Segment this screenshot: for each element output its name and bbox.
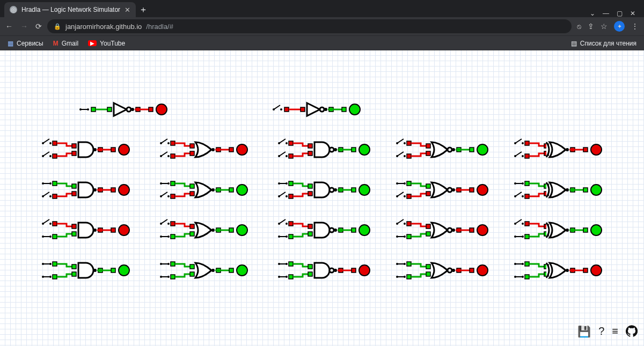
svg-point-126 (452, 188, 455, 192)
browser-tab[interactable]: ◎ Hradla — Logic Network Simulator ✕ (4, 2, 136, 17)
svg-point-56 (404, 142, 406, 144)
circuit[interactable] (273, 103, 360, 116)
circuit[interactable] (79, 103, 167, 116)
svg-point-180 (404, 223, 406, 225)
help-button[interactable]: ? (598, 325, 604, 340)
github-button[interactable] (626, 325, 638, 340)
nav-forward-icon[interactable]: → (20, 22, 28, 31)
svg-rect-95 (190, 184, 194, 188)
chevron-down-icon[interactable]: ⌄ (590, 10, 595, 17)
svg-point-175 (334, 229, 337, 232)
svg-rect-94 (171, 181, 175, 186)
circuit[interactable] (514, 219, 602, 239)
circuit[interactable] (278, 262, 370, 279)
circuit[interactable] (160, 181, 247, 198)
nav-back-icon[interactable]: ← (5, 22, 13, 31)
svg-point-174 (330, 228, 334, 232)
logic-svg[interactable] (0, 50, 644, 346)
circuit[interactable] (160, 139, 247, 158)
svg-rect-11 (284, 107, 289, 112)
circuit[interactable] (160, 262, 247, 279)
svg-point-69 (522, 142, 524, 144)
window-minimize-icon[interactable]: — (603, 10, 609, 17)
svg-rect-164 (229, 228, 233, 232)
bookmark-gmail[interactable]: M Gmail (53, 40, 78, 47)
svg-point-19 (49, 142, 52, 144)
omnibox[interactable]: 🔒 janjaromirhorak.github.io/hradla/# (47, 19, 572, 33)
svg-point-153 (119, 225, 129, 235)
circuit[interactable] (42, 181, 129, 198)
circuit[interactable] (278, 181, 370, 198)
url-bar: ← → ⟳ 🔒 janjaromirhorak.github.io/hradla… (0, 17, 644, 35)
circuit[interactable] (42, 139, 129, 158)
svg-point-112 (330, 188, 334, 192)
svg-point-63 (448, 148, 452, 152)
svg-rect-231 (308, 264, 312, 269)
circuit[interactable] (514, 181, 602, 198)
svg-rect-83 (72, 184, 76, 188)
svg-rect-223 (190, 272, 194, 276)
zoom-icon[interactable]: ⍉ (577, 22, 581, 31)
svg-point-253 (477, 265, 488, 276)
svg-point-54 (359, 144, 370, 155)
circuit[interactable] (396, 181, 488, 198)
window-maximize-icon[interactable]: ▢ (617, 10, 623, 17)
circuit[interactable] (42, 219, 129, 239)
svg-rect-45 (308, 144, 312, 148)
window-close-icon[interactable]: ✕ (630, 10, 635, 17)
circuit[interactable] (160, 219, 247, 239)
circuit[interactable] (396, 139, 488, 158)
svg-rect-230 (289, 262, 293, 266)
reading-list-button[interactable]: ▤ Список для чтения (571, 40, 636, 47)
share-icon[interactable]: ⇪ (588, 22, 594, 31)
bookmark-apps[interactable]: ▦ Сервисы (8, 40, 43, 47)
svg-point-165 (237, 225, 247, 235)
circuit[interactable] (514, 139, 602, 158)
svg-rect-161 (190, 232, 194, 236)
menu-button[interactable]: ≡ (612, 325, 618, 340)
new-tab-button[interactable]: ＋ (136, 2, 151, 17)
circuit[interactable] (396, 219, 488, 239)
svg-rect-2 (91, 107, 96, 112)
svg-rect-222 (171, 275, 175, 279)
youtube-icon: ▶ (88, 40, 97, 46)
browser-menu-icon[interactable]: ⋮ (631, 22, 639, 31)
svg-rect-211 (72, 272, 76, 276)
svg-rect-49 (308, 151, 312, 156)
circuit[interactable] (396, 262, 488, 279)
svg-rect-12 (301, 107, 305, 112)
bookmark-youtube[interactable]: ▶ YouTube (88, 40, 125, 47)
svg-rect-16 (342, 107, 346, 112)
svg-point-103 (237, 185, 247, 195)
tab-close-icon[interactable]: ✕ (125, 6, 130, 14)
svg-rect-57 (407, 141, 411, 145)
svg-rect-182 (426, 224, 430, 229)
svg-point-5 (131, 108, 134, 111)
svg-rect-194 (525, 222, 529, 226)
svg-point-116 (359, 185, 370, 195)
svg-point-76 (566, 148, 569, 151)
circuit[interactable] (42, 262, 129, 279)
svg-rect-140 (583, 188, 588, 192)
svg-point-167 (286, 223, 288, 225)
svg-rect-66 (470, 148, 474, 152)
circuit[interactable] (278, 219, 370, 239)
circuit[interactable] (514, 262, 602, 279)
svg-rect-160 (171, 234, 175, 239)
extension-icon[interactable]: ✦ (614, 21, 625, 32)
svg-point-88 (93, 188, 97, 192)
svg-rect-156 (171, 222, 175, 226)
nav-reload-icon[interactable]: ⟳ (35, 22, 42, 31)
bookmark-star-icon[interactable]: ☆ (601, 22, 608, 31)
svg-point-249 (448, 268, 452, 273)
svg-rect-218 (171, 262, 175, 266)
svg-rect-185 (407, 234, 411, 239)
svg-point-178 (359, 225, 370, 235)
svg-rect-33 (190, 144, 194, 148)
svg-rect-148 (53, 234, 57, 239)
svg-rect-119 (407, 181, 411, 186)
svg-rect-169 (308, 224, 312, 229)
save-button[interactable]: 💾 (577, 325, 591, 340)
circuit[interactable] (278, 139, 370, 158)
svg-rect-243 (407, 262, 411, 266)
